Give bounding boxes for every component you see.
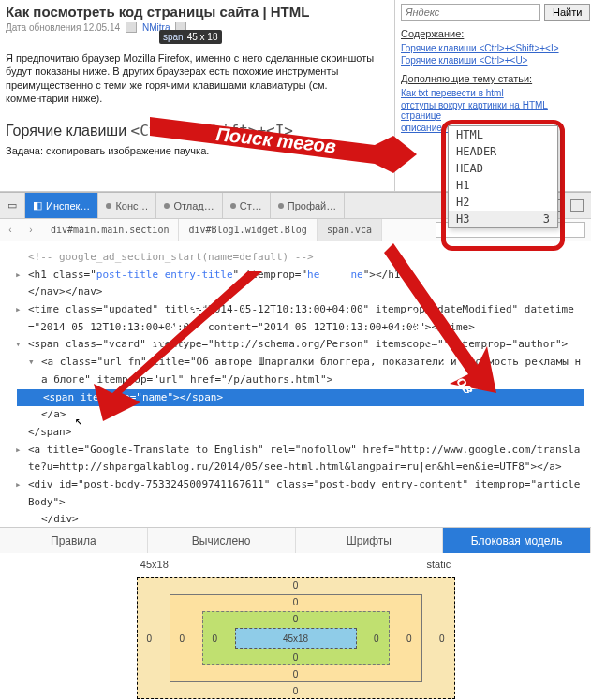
devtools-toggle[interactable]: ▭ (0, 193, 25, 218)
tag-dropdown[interactable]: HTML HEADER HEAD H1 H2 H33 (448, 125, 558, 228)
debugger-icon (164, 203, 170, 209)
console-icon (106, 203, 111, 209)
tab-profiler[interactable]: Профай… (271, 193, 345, 218)
profiler-icon (278, 203, 284, 209)
page-title: Как посмотреть код страницы сайта | HTML (6, 4, 389, 20)
dropdown-item: H2 (449, 194, 557, 211)
search-button[interactable]: Найти (544, 4, 590, 21)
dropdown-item: HEADER (449, 143, 557, 160)
style-icon (230, 203, 236, 209)
cursor-icon: ↖ (75, 410, 82, 432)
dropdown-item: HTML (449, 126, 557, 143)
box-content[interactable]: 45x18 (235, 628, 357, 649)
tab-debugger[interactable]: Отлад… (156, 193, 222, 218)
tab-style[interactable]: Ст… (223, 193, 271, 218)
tab-box-model[interactable]: Блоковая модель (443, 528, 591, 553)
element-tooltip: span45 x 18 (159, 30, 222, 44)
html-tree[interactable]: <!-- google_ad_section_start(name=defaul… (0, 241, 591, 527)
selected-node[interactable]: <span itemprop="name"></span> (17, 389, 584, 407)
nav-forward-icon[interactable]: › (24, 224, 37, 237)
tab-rules[interactable]: Правила (0, 528, 148, 553)
dropdown-item: HEAD (449, 160, 557, 177)
date-icon (126, 22, 137, 33)
dropdown-item: H1 (449, 177, 557, 194)
nav-back-icon[interactable]: ‹ (4, 224, 17, 237)
box-position: static (426, 559, 451, 570)
inspector-icon: ◧ (33, 199, 42, 211)
task-text: Задача: скопировать изображение паучка. (6, 145, 389, 156)
search-input[interactable] (401, 4, 540, 21)
box-dim: 45x18 (140, 559, 169, 570)
contents-heading: Содержание: (401, 28, 585, 39)
tab-inspector[interactable]: ◧Инспек… (25, 193, 98, 218)
related-link-1[interactable]: Как txt перевести в html (401, 88, 585, 98)
related-link-2[interactable]: отступы вокруг картинки на HTML странице (401, 100, 585, 121)
breadcrumb[interactable]: div#Blog1.widget.Blog (179, 219, 317, 241)
toc-link-2[interactable]: Горячие клавиши <Ctrl>+<U> (401, 55, 585, 66)
tab-fonts[interactable]: Шрифты (296, 528, 444, 553)
related-heading: Дополняющие тему статьи: (401, 73, 585, 84)
close-icon[interactable] (570, 199, 584, 212)
box-model-panel: 45x18 static 0 0 0 0 0 0 0 0 0 0 0 0 (0, 553, 591, 700)
tab-console[interactable]: Конс… (98, 193, 156, 218)
tab-computed[interactable]: Вычислено (148, 528, 296, 553)
intro-paragraph: Я предпочитаю браузер Mozilla Firefox, и… (6, 51, 389, 105)
breadcrumb[interactable]: div#main.main.section (41, 219, 179, 241)
panel-icon: ▭ (7, 199, 17, 211)
dropdown-item: H33 (449, 211, 557, 227)
breadcrumb[interactable]: span.vca (318, 219, 382, 241)
sub-heading: Горячие клавиши <Ctrl>+<Shift>+<I> (6, 122, 389, 139)
toc-link-1[interactable]: Горячие клавиши <Ctrl>+<Shift>+<I> (401, 43, 585, 53)
